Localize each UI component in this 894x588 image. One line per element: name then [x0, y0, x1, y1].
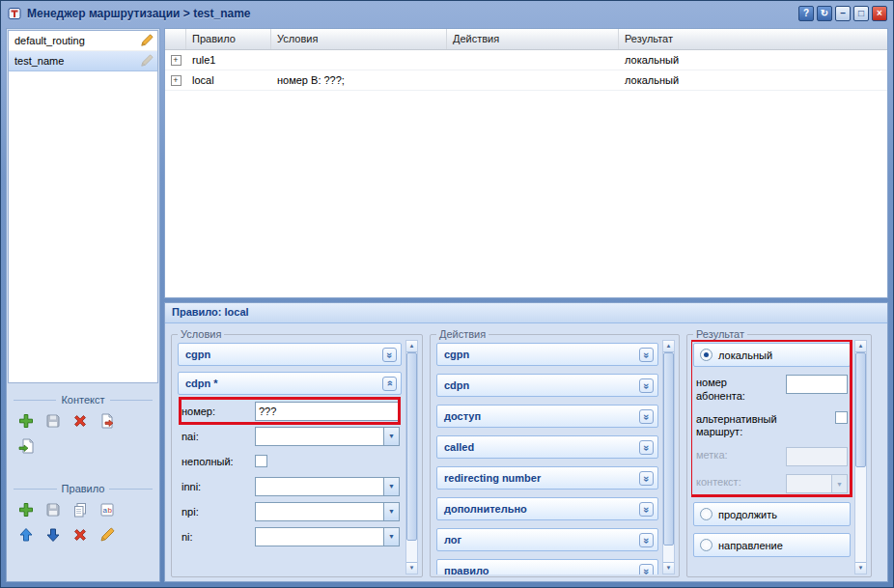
help-button[interactable]: ? — [798, 6, 814, 21]
alt-route-checkbox[interactable] — [835, 411, 848, 424]
local-radio[interactable] — [700, 349, 712, 361]
scroll-up-icon[interactable]: ▲ — [406, 341, 417, 352]
expand-chevrons-icon[interactable]: » — [382, 348, 397, 362]
window-controls: ? ↻ – □ × — [798, 6, 887, 21]
context-item-default-routing[interactable]: default_routing — [9, 31, 157, 51]
accordion-cdpn[interactable]: cdpn * » — [178, 372, 402, 395]
combo-trigger-icon: ▼ — [831, 474, 848, 493]
edit-pencil-icon[interactable] — [140, 34, 154, 47]
direction-option-label: направление — [718, 540, 783, 551]
scroll-up-icon[interactable]: ▲ — [855, 341, 866, 352]
titlebar[interactable]: Менеджер маршрутизации > test_name ? ↻ –… — [1, 1, 893, 26]
accordion-action-called[interactable]: called » — [436, 435, 658, 459]
import-context-button[interactable] — [16, 436, 36, 456]
expand-chevrons-icon[interactable]: » — [639, 471, 654, 486]
result-scrollbar[interactable]: ▲ ▼ — [854, 340, 867, 574]
actions-scrollbar[interactable]: ▲ ▼ — [662, 340, 675, 574]
incomplete-checkbox[interactable] — [255, 455, 267, 467]
collapse-chevrons-icon[interactable]: » — [382, 377, 397, 391]
accordion-action-additional[interactable]: дополнительно » — [436, 497, 658, 520]
context-item-test-name[interactable]: test_name — [9, 51, 157, 71]
nai-combo[interactable]: ▼ — [255, 427, 400, 446]
combo-trigger-icon[interactable]: ▼ — [383, 527, 400, 546]
expand-chevrons-icon[interactable]: » — [639, 378, 654, 393]
grid-row-rule1[interactable]: + rule1 локальный — [165, 50, 887, 70]
grid-header-result[interactable]: Результат — [619, 29, 887, 49]
grid-header-rule[interactable]: Правило — [186, 29, 271, 49]
add-rule-button[interactable] — [16, 500, 36, 519]
copy-rule-button[interactable] — [70, 500, 90, 519]
svg-text:b: b — [108, 506, 113, 515]
direction-radio[interactable] — [700, 539, 712, 551]
context-section-label: Контекст — [61, 394, 104, 406]
scroll-up-icon[interactable]: ▲ — [663, 341, 674, 352]
result-option-continue[interactable]: продолжить — [693, 502, 851, 526]
edit-pencil-icon[interactable] — [140, 54, 154, 68]
cell-result: локальный — [619, 74, 887, 86]
continue-radio[interactable] — [700, 508, 712, 520]
npi-combo[interactable]: ▼ — [255, 502, 400, 521]
inni-combo[interactable]: ▼ — [255, 477, 400, 496]
expand-chevrons-icon[interactable]: » — [639, 564, 654, 575]
refresh-button[interactable]: ↻ — [817, 6, 832, 21]
combo-trigger-icon[interactable]: ▼ — [383, 502, 400, 521]
close-button[interactable]: × — [872, 6, 887, 21]
move-rule-up-button[interactable] — [16, 525, 36, 545]
move-rule-down-button[interactable] — [43, 525, 63, 545]
grid-header-actions[interactable]: Действия — [447, 29, 619, 49]
scroll-thumb[interactable] — [406, 352, 417, 541]
delete-context-button[interactable] — [70, 411, 90, 431]
grid-row-local[interactable]: + local номер B: ???; локальный — [165, 70, 887, 91]
combo-trigger-icon[interactable]: ▼ — [383, 477, 400, 496]
expand-chevrons-icon[interactable]: » — [639, 409, 654, 424]
subscriber-number-row: номер абонента: — [696, 375, 848, 404]
accordion-label: дополнительно — [444, 503, 527, 515]
inni-field-row: inni: ▼ — [182, 476, 400, 496]
delete-rule-button[interactable] — [70, 525, 90, 545]
cell-rule: rule1 — [186, 54, 271, 66]
add-context-button[interactable] — [16, 411, 36, 431]
expand-chevrons-icon[interactable]: » — [639, 440, 654, 455]
row-expander-icon[interactable]: + — [171, 75, 182, 86]
accordion-action-rule[interactable]: правило » — [436, 559, 658, 574]
grid-header-conditions[interactable]: Условия — [271, 29, 447, 49]
result-option-local[interactable]: локальный — [693, 343, 851, 367]
scroll-thumb[interactable] — [663, 352, 674, 546]
conditions-scrollbar[interactable]: ▲ ▼ — [405, 340, 418, 574]
expand-chevrons-icon[interactable]: » — [639, 348, 654, 362]
rename-rule-button[interactable]: ab — [98, 500, 117, 519]
expand-chevrons-icon[interactable]: » — [639, 502, 654, 517]
combo-trigger-icon[interactable]: ▼ — [383, 427, 400, 446]
incomplete-field-row: неполный: — [182, 451, 400, 471]
edit-rule-button[interactable] — [98, 525, 117, 545]
scroll-down-icon[interactable]: ▼ — [406, 562, 417, 574]
accordion-action-log[interactable]: лог » — [436, 528, 658, 551]
cell-result: локальный — [619, 54, 887, 66]
result-context-combo: ▼ — [786, 474, 848, 493]
incomplete-label: неполный: — [182, 456, 255, 467]
accordion-cgpn[interactable]: cgpn » — [178, 343, 402, 366]
row-expander-icon[interactable]: + — [171, 55, 182, 66]
subscriber-number-input[interactable] — [786, 375, 848, 394]
context-toolbar-row1 — [7, 407, 159, 433]
accordion-action-redirecting[interactable]: redirecting number » — [436, 466, 658, 490]
result-option-direction[interactable]: направление — [693, 533, 851, 557]
export-context-button[interactable] — [98, 411, 117, 431]
accordion-action-access[interactable]: доступ » — [436, 405, 658, 428]
scroll-thumb[interactable] — [855, 352, 866, 467]
ni-combo[interactable]: ▼ — [255, 527, 400, 546]
expand-chevrons-icon[interactable]: » — [639, 533, 654, 547]
scroll-down-icon[interactable]: ▼ — [855, 562, 866, 574]
scroll-down-icon[interactable]: ▼ — [663, 562, 674, 574]
maximize-button[interactable]: □ — [853, 6, 869, 21]
save-rule-button[interactable] — [43, 500, 63, 519]
accordion-action-cgpn[interactable]: cgpn » — [436, 343, 658, 366]
alt-route-row: альтернативный маршрут: — [696, 411, 848, 440]
actions-content: cgpn » cdpn » доступ » — [434, 340, 660, 574]
number-input[interactable] — [255, 402, 400, 421]
accordion-action-cdpn[interactable]: cdpn » — [436, 374, 658, 397]
context-toolbar-row2 — [7, 433, 159, 458]
save-context-button[interactable] — [43, 411, 63, 431]
mark-row: метка: — [696, 447, 848, 466]
minimize-button[interactable]: – — [835, 6, 851, 21]
